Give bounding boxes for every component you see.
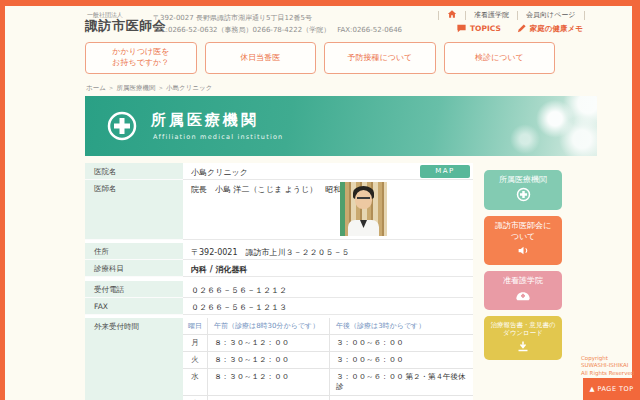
schedule-am: ８：３０～１２：００ [207,335,329,351]
divider [438,11,439,20]
schedule-day: 火 [183,352,207,368]
table-row-address: 住所 〒392-0021 諏訪市上川３－２２０５－５ [85,243,473,260]
nurse-cap-icon [515,289,531,302]
row-value: 曜日 午前（診療は8時30分からです） 午後（診療は3時からです） 月 ８：３０… [183,318,473,400]
header-address-line: 〒392-0027 長野県諏訪市湖岸通り5丁目12番5号 [153,13,402,25]
schedule-pm: ３：００～６：００ [329,352,473,368]
page-subtitle: Affiliation medical institution [153,133,283,141]
sidebar-item-nursing-school[interactable]: 准看護学院 [484,271,562,309]
schedule-row-wed: 水 ８：３０～１２：００ ３：００～６：００第２・第４午後休診 [183,369,473,396]
sidebar-item-affiliated-institutions[interactable]: 所属医療機関 [484,170,562,210]
home-icon[interactable] [447,9,457,21]
schedule-row-tue: 火 ８：３０～１２：００ ３：００～６：００ [183,352,473,369]
table-row-fax: FAX ０２６６－５６－１２１３ [85,298,473,315]
health-memo-link[interactable]: 家庭の健康メモ [516,23,583,34]
hours-schedule-table: 曜日 午前（診療は8時30分からです） 午後（診療は3時からです） 月 ８：３０… [183,318,473,400]
page-title: 所属医療機関 [151,111,259,130]
schedule-day: 木 [183,396,207,400]
schedule-day: 水 [183,369,207,395]
row-label: 診療科目 [85,260,183,277]
table-row-doctor: 医師名 院長 小島 洋二（こじま ようじ） 昭和６０年卒 [85,180,473,240]
topics-link[interactable]: TOPICS [456,23,501,34]
row-label: 外来受付時間 [85,318,183,400]
table-row-clinic-name: 医院名 小島クリニック MAP [85,163,473,180]
page-frame-right [632,0,640,400]
schedule-col-day: 曜日 [183,318,207,334]
map-button[interactable]: MAP [420,165,470,178]
nav-family-doctor-button[interactable]: かかりつけ医を お持ちですか？ [85,42,197,74]
schedule-am: ８：３０～１２：００ [207,396,329,400]
medical-cross-icon [107,111,137,141]
schedule-header-row: 曜日 午前（診療は8時30分からです） 午後（診療は3時からです） [183,318,473,335]
clinic-info-table: 医院名 小島クリニック MAP 医師名 院長 小島 洋二（こじま ようじ） 昭和… [85,163,473,400]
nav-holiday-doctor-button[interactable]: 休日当番医 [205,42,317,74]
row-value: 小島クリニック MAP [183,163,473,180]
schedule-pm: ３：００～６：００ [329,396,473,400]
nav-checkup-button[interactable]: 検診について [444,42,556,74]
schedule-am: ８：３０～１２：００ [207,369,329,395]
page-top-button[interactable]: ▲ PAGE TOP [583,378,640,400]
nav-vaccination-button[interactable]: 予防接種について [324,42,436,74]
row-label: 住所 [85,243,183,260]
header-address: 〒392-0027 長野県諏訪市湖岸通り5丁目12番5号 TEL:0266-52… [153,13,402,36]
page-banner: 所属医療機関 Affiliation medical institution [85,96,597,156]
download-icon [517,341,529,352]
speaker-icon [517,244,530,257]
row-label: FAX [85,298,183,315]
writing-hand-icon [516,23,527,34]
flower-decoration [447,96,597,156]
schedule-day: 月 [183,335,207,351]
schedule-am: ８：３０～１２：００ [207,352,329,368]
schedule-pm: ３：００～６：００第２・第４午後休診 [329,369,473,395]
cross-circle-icon [516,187,531,202]
copyright-notice: Copyright SUWASHI-ISHIKAI All Rights Res… [581,355,639,377]
quick-links: TOPICS 家庭の健康メモ [456,23,583,34]
sidebar: 所属医療機関 諏訪市医師会に ついて 准看護学院 治療報告書・意見書の ダウンロ… [484,170,562,360]
divider [517,11,518,20]
speech-bubble-icon [456,23,467,34]
table-row-tel: 受付電話 ０２６６－５６－１２１２ [85,281,473,298]
sidebar-item-label: 諏訪市医師会に ついて [486,221,560,242]
health-memo-label: 家庭の健康メモ [530,24,583,34]
utility-nav: 准看護学院 会員向けページ [430,9,593,21]
clinic-name: 小島クリニック [191,168,248,177]
doctor-photo [340,182,387,236]
row-label: 医院名 [85,163,183,180]
clinic-tel: ０２６６－５６－１２１２ [183,281,473,298]
clinic-fax: ０２６６－５６－１２１３ [183,298,473,315]
divider [584,11,585,20]
sidebar-item-about-association[interactable]: 諏訪市医師会に ついて [484,216,562,265]
schedule-row-mon: 月 ８：３０～１２：００ ３：００～６：００ [183,335,473,352]
sidebar-item-report-download[interactable]: 治療報告書・意見書の ダウンロード [484,316,562,361]
topics-label: TOPICS [470,24,501,33]
schedule-row-thu: 木 ８：３０～１２：００ ３：００～６：００ [183,396,473,400]
divider [465,11,466,20]
sidebar-item-label: 准看護学院 [486,276,560,286]
table-row-hours: 外来受付時間 曜日 午前（診療は8時30分からです） 午後（診療は3時からです）… [85,318,473,400]
utility-link-members-page[interactable]: 会員向けページ [526,10,576,20]
sidebar-item-label: 治療報告書・意見書の ダウンロード [486,321,560,338]
row-label: 医師名 [85,180,183,240]
clinic-address: 〒392-0021 諏訪市上川３－２２０５－５ [183,243,473,260]
page-frame-left [0,0,5,400]
schedule-col-am: 午前（診療は8時30分からです） [207,318,329,334]
main-nav: かかりつけ医を お持ちですか？ 休日当番医 予防接種について 検診について [85,42,555,74]
row-value: 院長 小島 洋二（こじま ようじ） 昭和６０年卒 [183,180,473,240]
schedule-col-pm: 午後（診療は3時からです） [329,318,473,334]
row-label: 受付電話 [85,281,183,298]
schedule-pm: ３：００～６：００ [329,335,473,351]
sidebar-item-label: 所属医療機関 [486,175,560,185]
clinic-departments: 内科 / 消化器科 [183,260,473,277]
utility-link-nursing-school[interactable]: 准看護学院 [474,10,509,20]
page-frame-top [0,0,640,6]
header-telfax-line: TEL:0266-52-0632（事務局）0266-78-4222（学院） FA… [153,25,402,37]
breadcrumb[interactable]: ホーム ＞ 所属医療機関 ＞ 小島クリニック [86,84,212,93]
table-row-departments: 診療科目 内科 / 消化器科 [85,260,473,277]
